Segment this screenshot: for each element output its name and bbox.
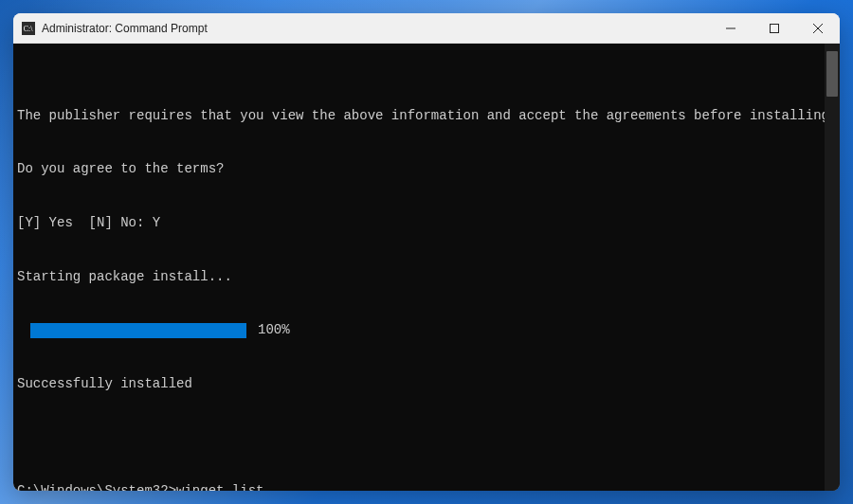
- output-line: The publisher requires that you view the…: [17, 107, 836, 125]
- minimize-button[interactable]: [709, 13, 753, 44]
- scrollbar-thumb[interactable]: [826, 51, 838, 97]
- progress-bar: [30, 323, 246, 338]
- output-line: Starting package install...: [17, 268, 836, 286]
- blank-line: [17, 429, 836, 447]
- scrollbar-track[interactable]: [825, 44, 840, 491]
- prompt-path: C:\Windows\System32>: [17, 483, 176, 491]
- prompt-line: C:\Windows\System32>winget list: [17, 482, 836, 491]
- progress-percent: 100%: [258, 321, 290, 339]
- output-line: [Y] Yes [N] No: Y: [17, 214, 836, 232]
- svg-text:C:\: C:\: [24, 24, 33, 32]
- cmd-icon: C:\: [21, 21, 36, 36]
- svg-rect-3: [771, 25, 779, 33]
- output-line: Do you agree to the terms?: [17, 160, 836, 178]
- output-line: Successfully installed: [17, 375, 836, 393]
- maximize-button[interactable]: [753, 13, 796, 44]
- window-title: Administrator: Command Prompt: [42, 22, 208, 35]
- command-prompt-window: C:\ Administrator: Command Prompt The pu…: [13, 13, 840, 491]
- window-controls: [709, 13, 840, 44]
- progress-line: 100%: [17, 321, 836, 339]
- titlebar[interactable]: C:\ Administrator: Command Prompt: [13, 13, 840, 44]
- terminal-output[interactable]: The publisher requires that you view the…: [13, 44, 840, 491]
- typed-command: winget list: [176, 483, 263, 491]
- close-button[interactable]: [796, 13, 840, 44]
